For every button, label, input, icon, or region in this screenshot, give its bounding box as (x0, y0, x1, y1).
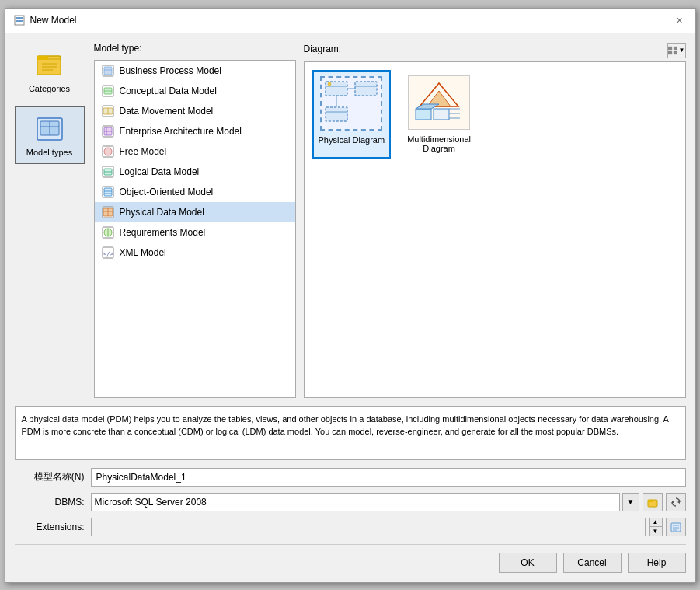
phys-diagram-thumb (320, 76, 382, 131)
dbms-browse-button[interactable] (643, 493, 663, 511)
grid-view-icon (668, 46, 677, 55)
title-bar: New Model × (5, 9, 695, 33)
list-item-xml[interactable]: </> XML Model (95, 243, 295, 263)
model-name-input[interactable] (91, 468, 686, 487)
cancel-button[interactable]: Cancel (563, 553, 622, 573)
svg-rect-5 (37, 56, 48, 60)
multi-diagram-label: Multidimensional Diagram (404, 134, 474, 153)
list-item-cdm[interactable]: Conceptual Data Model (95, 81, 295, 101)
svg-rect-45 (668, 46, 672, 49)
extensions-arrow-up[interactable]: ▲ (650, 518, 662, 528)
svg-rect-51 (355, 82, 377, 96)
ok-button[interactable]: OK (499, 553, 557, 573)
svg-point-57 (328, 82, 331, 86)
list-item-dmm[interactable]: Data Movement Model (95, 101, 295, 121)
model-types-label: Model types (26, 148, 72, 157)
phys-diagram-label: Physical Diagram (319, 135, 385, 145)
extensions-row: Extensions: ▲ ▼ (15, 518, 686, 536)
model-type-panel-label: Model type: (94, 43, 296, 54)
pdm-icon (101, 205, 115, 219)
extensions-input[interactable] (91, 518, 646, 536)
model-name-label: 模型名称(N) (15, 470, 85, 484)
svg-rect-15 (104, 67, 112, 75)
svg-rect-46 (673, 46, 677, 49)
eam-icon (101, 124, 115, 138)
categories-icon (34, 50, 65, 81)
diagram-panel: Diagram: (304, 43, 686, 398)
categories-label: Categories (29, 84, 70, 93)
multi-diagram-svg (412, 79, 466, 126)
multi-diagram-thumb (408, 75, 470, 130)
fm-icon (101, 145, 115, 159)
svg-rect-53 (326, 107, 347, 121)
list-item-pdm[interactable]: Physical Data Model (95, 202, 295, 222)
pdm-label: Physical Data Model (120, 207, 204, 218)
description-box: A physical data model (PDM) helps you to… (15, 406, 686, 460)
diagram-grid[interactable]: Physical Diagram (304, 61, 686, 398)
list-item-oom[interactable]: Object-Oriented Model (95, 182, 295, 202)
folder-icon (647, 497, 658, 508)
diagram-view-button[interactable] (667, 43, 686, 58)
svg-rect-1 (16, 17, 23, 19)
dbms-label: DBMS: (15, 497, 85, 508)
svg-rect-67 (648, 500, 653, 502)
svg-point-28 (104, 148, 112, 155)
oom-icon (101, 185, 115, 199)
list-item-bpm[interactable]: Business Process Model (95, 61, 295, 81)
dbms-refresh-button[interactable] (666, 493, 686, 511)
dbms-select-wrapper: ▼ (91, 493, 686, 511)
footer: OK Cancel Help (15, 544, 686, 573)
model-name-row: 模型名称(N) (15, 468, 686, 487)
svg-rect-61 (434, 109, 449, 120)
model-type-list[interactable]: Business Process Model Conceptual Data M… (94, 60, 296, 398)
dbms-dropdown-arrow[interactable]: ▼ (622, 493, 639, 511)
close-button[interactable]: × (672, 12, 688, 28)
svg-text:</>: </> (103, 251, 113, 257)
svg-rect-2 (16, 20, 23, 22)
new-model-dialog: New Model × Categories (5, 8, 696, 583)
top-section: Categories Model types (15, 43, 686, 398)
extensions-wrapper: ▲ ▼ (91, 518, 686, 536)
xml-icon: </> (101, 246, 115, 260)
dialog-title-icon (13, 14, 26, 26)
dialog-title: New Model (30, 15, 77, 26)
xml-label: XML Model (120, 247, 166, 258)
oom-label: Object-Oriented Model (120, 187, 214, 197)
svg-rect-48 (673, 51, 677, 54)
extensions-label: Extensions: (15, 522, 85, 532)
dbms-row: DBMS: ▼ (15, 493, 686, 511)
bpm-icon (101, 64, 115, 78)
dbms-select[interactable] (91, 493, 620, 511)
model-types-button[interactable]: Model types (15, 106, 85, 164)
refresh-icon (670, 497, 681, 508)
extensions-arrow-down[interactable]: ▼ (650, 527, 662, 536)
form-section: 模型名称(N) DBMS: ▼ (15, 468, 686, 536)
svg-rect-47 (668, 51, 672, 54)
bpm-label: Business Process Model (120, 65, 221, 76)
model-type-panel: Model type: Business Process Model (94, 43, 296, 398)
diagram-item-phys[interactable]: Physical Diagram (312, 70, 392, 159)
svg-rect-33 (104, 188, 112, 196)
diagram-item-multi[interactable]: Multidimensional Diagram (399, 70, 479, 159)
diagram-header: Diagram: (304, 43, 686, 58)
svg-marker-68 (677, 501, 680, 504)
svg-marker-69 (672, 501, 674, 504)
diagram-panel-label: Diagram: (304, 44, 342, 54)
dialog-body: Categories Model types (5, 33, 695, 582)
svg-marker-62 (416, 104, 439, 109)
help-button[interactable]: Help (628, 553, 686, 573)
extensions-browse-button[interactable] (666, 518, 686, 536)
list-item-ldm[interactable]: Logical Data Model (95, 162, 295, 182)
extensions-browse-icon (670, 522, 681, 532)
list-item-fm[interactable]: Free Model (95, 141, 295, 162)
extensions-arrows[interactable]: ▲ ▼ (649, 518, 663, 536)
list-item-rm[interactable]: Requirements Model (95, 222, 295, 243)
phys-diagram-svg (324, 80, 378, 127)
left-panel: Categories Model types (15, 43, 85, 398)
categories-button[interactable]: Categories (15, 43, 85, 100)
cdm-label: Conceptual Data Model (120, 86, 217, 96)
list-item-eam[interactable]: Enterprise Architecture Model (95, 121, 295, 141)
description-text: A physical data model (PDM) helps you to… (22, 414, 669, 437)
rm-label: Requirements Model (120, 227, 206, 238)
eam-label: Enterprise Architecture Model (120, 126, 242, 137)
